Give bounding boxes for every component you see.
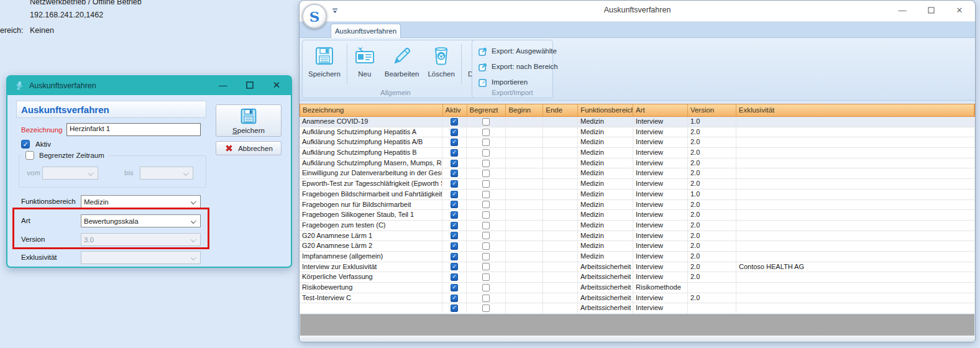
table-row[interactable]: Aufklärung Schutzimpfung Hepatitis B✓Med… [300,148,975,158]
aktiv-checkbox[interactable]: ✓ [451,273,458,281]
loeschen-button[interactable]: ♻ Löschen [423,42,459,86]
aktiv-checkbox[interactable]: ✓ [451,139,458,146]
begrenzt-checkbox[interactable] [482,201,490,208]
column-header-funktionsbereich[interactable]: Funktionsbereich [578,104,633,116]
aktiv-checkbox[interactable]: ✓ [451,118,458,126]
table-row[interactable]: Körperliche Verfassung✓Arbeitssicherheit… [300,272,975,283]
table-row[interactable]: Interview zur Exklusivität✓Arbeitssicher… [300,262,975,273]
begrenzt-checkbox[interactable] [482,242,490,250]
begrenzt-checkbox[interactable] [482,263,490,270]
table-row[interactable]: Aufklärung Schutzimpfung Hepatitis A✓Med… [300,127,975,138]
table-row[interactable]: Fragebogen Bildschirmarbeit und Fahrtäti… [300,190,975,200]
aktiv-checkbox[interactable]: ✓ [451,129,458,136]
aktiv-checkbox[interactable]: ✓ [451,295,458,302]
begrenzt-checkbox[interactable] [482,295,490,302]
speichern-button[interactable]: Speichern [304,42,345,86]
cell-exklusivitaet [736,252,975,262]
dialog-close-button[interactable]: ✕ [267,78,286,92]
cell-aktiv: ✓ [442,127,467,137]
vom-date-select[interactable] [42,167,98,180]
dialog-minimize-button[interactable]: — [214,78,232,92]
dialog-abbrechen-button[interactable]: Abbrechen [216,141,282,155]
begrenzt-checkbox[interactable] [482,304,490,312]
table-row[interactable]: Fragebogen zum testen (C)✓MedizinIntervi… [300,221,975,231]
funktionsbereich-select[interactable]: Medizin [81,195,201,208]
table-row[interactable]: Aufklärung Schutzimpfung Hepatitis A/B✓M… [300,137,975,148]
export-nach-bereich-button[interactable]: Export: nach Bereich [475,60,562,73]
aktiv-checkbox[interactable]: ✓ [451,170,458,177]
exklusivitaet-select[interactable] [81,251,201,264]
begrenzt-checkbox[interactable] [482,232,490,239]
column-header-art[interactable]: Art [633,104,688,116]
dialog-maximize-button[interactable] [240,78,259,92]
table-row[interactable]: Epworth-Test zur Tagesschläfrigkeit (Epw… [300,179,975,190]
begrenzt-checkbox[interactable] [482,284,490,291]
cell-exklusivitaet [736,179,975,189]
begrenzt-checkbox[interactable] [482,273,490,281]
aktiv-checkbox[interactable]: ✓ [451,232,458,239]
tab-auskunftsverfahren[interactable]: Auskunftsverfahren [331,24,401,38]
importieren-button[interactable]: Importieren [475,75,562,89]
table-row[interactable]: Impfanamnese (allgemein)✓MedizinIntervie… [300,252,975,262]
begrenzt-checkbox[interactable] [482,222,490,229]
table-row[interactable]: ✓ArbeitssicherheitInterview [300,303,975,314]
dialog-speichern-button[interactable]: Speichern [216,104,282,137]
aktiv-checkbox[interactable]: ✓ [451,201,458,208]
column-header-version[interactable]: Version [688,104,736,116]
export-ausgewaehlte-button[interactable]: Export: Ausgewählte [475,44,562,58]
maximize-button[interactable] [922,3,940,17]
app-logo-button[interactable]: S [302,4,327,29]
begrenzt-checkbox[interactable] [482,139,490,146]
art-select[interactable]: Bewertungsskala [81,214,201,227]
aktiv-checkbox[interactable]: ✓ [451,149,458,157]
aktiv-checkbox[interactable]: ✓ [451,263,458,270]
table-row[interactable]: G20 Anamnese Lärm 2✓MedizinInterview2.0 [300,241,975,252]
aktiv-checkbox[interactable]: ✓ [451,160,458,167]
column-header-begrenzt[interactable]: Begrenzt [467,104,506,116]
begrenzt-checkbox[interactable] [482,170,490,177]
cell-ende [543,168,578,178]
quick-access-dropdown-icon[interactable] [332,8,338,14]
begrenzt-checkbox[interactable] [482,160,490,167]
aktiv-checkbox[interactable]: ✓ [451,211,458,219]
begrenzt-checkbox[interactable] [482,180,490,188]
column-header-beginn[interactable]: Beginn [506,104,543,116]
table-row[interactable]: Risikobewertung✓ArbeitssicherheitRisikom… [300,283,975,293]
column-header-ende[interactable]: Ende [543,104,578,116]
table-row[interactable]: Fragebogen Silikogener Staub, Teil 1✓Med… [300,210,975,221]
table-row[interactable]: Fragebogen nur für Bildschirmarbeit✓Medi… [300,200,975,211]
aktiv-checkbox[interactable]: ✓ [451,304,458,312]
aktiv-checkbox[interactable]: ✓ [451,284,458,291]
begrenzter-zeitraum-checkbox[interactable] [25,151,34,160]
aktiv-checkbox[interactable]: ✓ [451,222,458,229]
begrenzt-checkbox[interactable] [482,118,490,126]
neu-button[interactable]: Neu [349,42,380,86]
column-header-exklusivitaet[interactable]: Exklusivität [736,104,974,116]
table-row[interactable]: G20 Anamnese Lärm 1✓MedizinInterview2.0 [300,231,975,242]
aktiv-checkbox[interactable]: ✓ [451,180,458,188]
aktiv-checkbox[interactable]: ✓ [451,253,458,260]
bis-date-select[interactable] [140,167,193,180]
cell-version: 2.0 [688,293,736,303]
column-header-aktiv[interactable]: Aktiv [443,104,467,116]
table-row[interactable]: Einwilligung zur Datenverarbeitung in de… [300,168,975,179]
bezeichnung-input[interactable]: Herzinfarkt 1 [66,123,201,136]
minimize-button[interactable]: — [893,3,912,17]
table-row[interactable]: Test-Interview C✓ArbeitssicherheitInterv… [300,293,975,304]
table-row[interactable]: Aufklärung Schutzimpfung Masern, Mumps, … [300,158,975,169]
begrenzt-checkbox[interactable] [482,253,490,260]
begrenzt-checkbox[interactable] [482,149,490,157]
bearbeiten-button[interactable]: Bearbeiten [380,42,424,86]
begrenzt-checkbox[interactable] [482,129,490,136]
cell-bezeichnung [300,303,442,313]
table-row[interactable]: Anamnese COVID-19✓MedizinInterview1.0 [300,117,975,127]
version-select[interactable]: 3.0 [81,233,201,246]
begrenzt-checkbox[interactable] [482,211,490,219]
aktiv-checkbox[interactable]: ✓ [21,140,30,149]
ribbon-group-allgemein: Speichern Neu Bearbeiten [302,40,489,98]
aktiv-checkbox[interactable]: ✓ [451,191,458,198]
column-header-bezeichnung[interactable]: Bezeichnung [300,104,443,116]
close-button[interactable]: ✕ [950,3,969,17]
aktiv-checkbox[interactable]: ✓ [451,242,458,250]
begrenzt-checkbox[interactable] [482,191,490,198]
